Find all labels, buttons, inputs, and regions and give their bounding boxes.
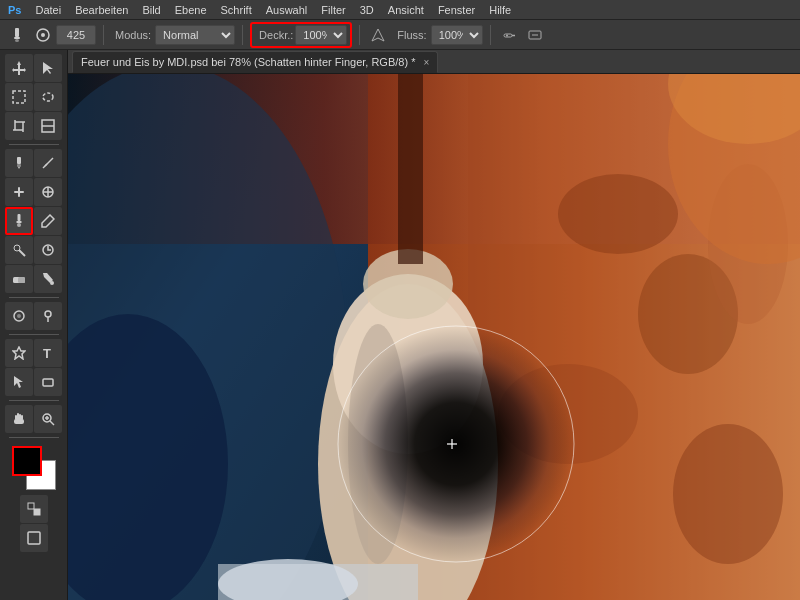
- menu-hilfe[interactable]: Hilfe: [489, 4, 511, 16]
- document-tab[interactable]: Feuer und Eis by MDI.psd bei 78% (Schatt…: [72, 51, 438, 73]
- menu-auswahl[interactable]: Auswahl: [266, 4, 308, 16]
- brush-size-input[interactable]: 425: [56, 25, 96, 45]
- path-select-tool[interactable]: [5, 368, 33, 396]
- tool-divider-3: [9, 334, 59, 335]
- tool-row-12: [5, 405, 62, 433]
- menu-bearbeiten[interactable]: Bearbeiten: [75, 4, 128, 16]
- toolbar-sep-3: [359, 25, 360, 45]
- menu-schrift[interactable]: Schrift: [221, 4, 252, 16]
- svg-rect-76: [398, 74, 423, 264]
- tool-divider-5: [9, 437, 59, 438]
- brush-tool-icon: [6, 24, 28, 46]
- brush-size-icon: [32, 24, 54, 46]
- eraser-tool[interactable]: [5, 265, 33, 293]
- screen-mode-icon[interactable]: [20, 524, 48, 552]
- tool-row-4: [5, 149, 62, 177]
- quick-mask-icon[interactable]: [20, 495, 48, 523]
- pointer-tool[interactable]: [34, 54, 62, 82]
- heal-tool[interactable]: [5, 178, 33, 206]
- tool-divider-2: [9, 297, 59, 298]
- svg-point-39: [17, 314, 21, 318]
- fluss-label: Fluss:: [397, 29, 426, 41]
- svg-point-63: [558, 174, 678, 254]
- tool-row-2: [5, 83, 62, 111]
- fill-tool[interactable]: [34, 265, 62, 293]
- svg-rect-12: [13, 91, 25, 103]
- svg-line-24: [45, 164, 47, 166]
- svg-text:T: T: [43, 346, 51, 360]
- airbrush-icon[interactable]: [498, 24, 520, 46]
- history-tool[interactable]: [34, 236, 62, 264]
- menu-ansicht[interactable]: Ansicht: [388, 4, 424, 16]
- color-swatch-group: [12, 446, 56, 490]
- shape-tool[interactable]: [34, 368, 62, 396]
- pencil-tool[interactable]: [34, 207, 62, 235]
- svg-rect-31: [17, 221, 22, 223]
- menu-ebene[interactable]: Ebene: [175, 4, 207, 16]
- move-tool[interactable]: [5, 54, 33, 82]
- svg-rect-20: [17, 157, 21, 164]
- menu-fenster[interactable]: Fenster: [438, 4, 475, 16]
- foreground-color-swatch[interactable]: [12, 446, 42, 476]
- svg-rect-44: [43, 379, 53, 386]
- ruler-tool[interactable]: [34, 149, 62, 177]
- deckr-select[interactable]: 100%: [295, 25, 347, 45]
- svg-rect-1: [14, 37, 20, 39]
- tool-row-5: [5, 178, 62, 206]
- dodge-tool[interactable]: [34, 302, 62, 330]
- brush-size-control: 425: [32, 24, 96, 46]
- menu-filter[interactable]: Filter: [321, 4, 345, 16]
- toolbar-sep-1: [103, 25, 104, 45]
- svg-rect-54: [28, 503, 34, 509]
- brush-tool[interactable]: [5, 207, 33, 235]
- tool-row-brush: [5, 207, 62, 235]
- tool-row-7: [5, 236, 62, 264]
- blur-tool[interactable]: [5, 302, 33, 330]
- tool-panel: T: [0, 50, 68, 600]
- clone-tool[interactable]: [5, 236, 33, 264]
- menu-bar: Ps Datei Bearbeiten Bild Ebene Schrift A…: [0, 0, 800, 20]
- pen-tool[interactable]: [5, 339, 33, 367]
- menu-datei[interactable]: Datei: [35, 4, 61, 16]
- svg-rect-56: [28, 532, 40, 544]
- marquee-tool[interactable]: [5, 83, 33, 111]
- svg-rect-0: [15, 28, 19, 37]
- hand-tool[interactable]: [5, 405, 33, 433]
- tool-divider-4: [9, 400, 59, 401]
- tab-title: Feuer und Eis by MDI.psd bei 78% (Schatt…: [81, 56, 415, 68]
- modus-select[interactable]: Normal: [155, 25, 235, 45]
- deckr-label: Deckr.:: [259, 29, 293, 41]
- svg-point-7: [506, 34, 508, 36]
- pressure-icon[interactable]: [367, 24, 389, 46]
- svg-rect-36: [18, 277, 25, 283]
- patch-tool[interactable]: [34, 178, 62, 206]
- crop-tool[interactable]: [5, 112, 33, 140]
- svg-marker-10: [12, 61, 26, 75]
- svg-rect-2: [15, 39, 19, 42]
- lasso-tool[interactable]: [34, 83, 62, 111]
- eyedropper-tool[interactable]: [5, 149, 33, 177]
- modus-label: Modus:: [115, 29, 151, 41]
- slice-tool[interactable]: [34, 112, 62, 140]
- svg-rect-49: [14, 419, 24, 424]
- tool-row-1: [5, 54, 62, 82]
- tool-row-8: [5, 265, 62, 293]
- main-area: T: [0, 50, 800, 600]
- svg-point-37: [50, 281, 54, 285]
- tool-row-mask: [20, 495, 48, 523]
- tab-close-button[interactable]: ×: [423, 57, 429, 68]
- svg-rect-32: [17, 223, 21, 227]
- text-tool[interactable]: T: [34, 339, 62, 367]
- zoom-tool[interactable]: [34, 405, 62, 433]
- svg-rect-21: [17, 164, 21, 167]
- tablet-icon[interactable]: [524, 24, 546, 46]
- ps-logo: Ps: [8, 4, 21, 16]
- photo-background: [68, 74, 800, 600]
- menu-3d[interactable]: 3D: [360, 4, 374, 16]
- canvas-area: Feuer und Eis by MDI.psd bei 78% (Schatt…: [68, 50, 800, 600]
- tool-row-9: [5, 302, 62, 330]
- toolbar-sep-4: [490, 25, 491, 45]
- fluss-select[interactable]: 100%: [431, 25, 483, 45]
- canvas-wrapper[interactable]: [68, 74, 800, 600]
- menu-bild[interactable]: Bild: [142, 4, 160, 16]
